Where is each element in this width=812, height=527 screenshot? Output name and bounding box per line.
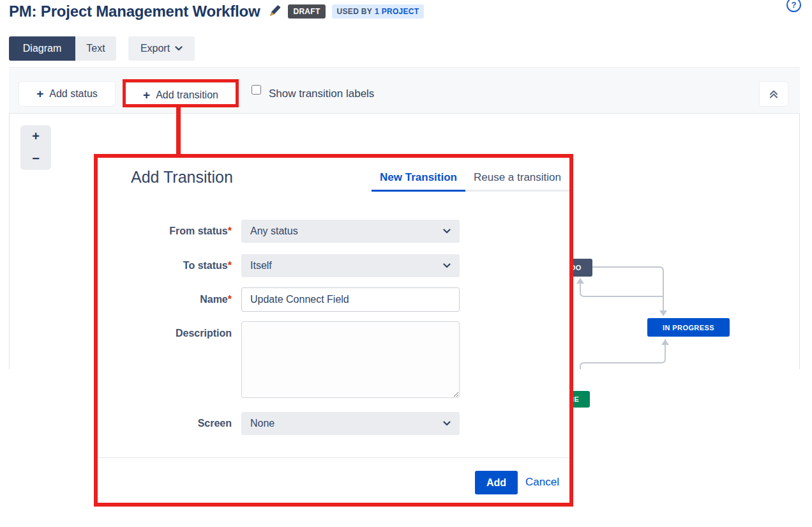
screen-value: None [250, 418, 274, 429]
required-asterisk: * [228, 225, 232, 236]
from-status-select[interactable]: Any status [241, 220, 460, 243]
chevron-down-icon [443, 263, 451, 268]
double-chevron-up-icon [768, 89, 779, 99]
description-label: Description [98, 321, 232, 339]
export-menu-button[interactable]: Export [128, 36, 195, 61]
zoom-out-button[interactable]: − [20, 148, 51, 170]
tab-diagram[interactable]: Diagram [9, 36, 75, 61]
status-node-in-progress[interactable]: IN PROGRESS [647, 318, 730, 337]
diagram-toolbar: + Add status + Add transition [9, 67, 800, 114]
from-status-value: Any status [250, 225, 298, 237]
tab-text[interactable]: Text [75, 36, 116, 61]
page-header: PM: Project Management Workflow DRAFT US… [9, 3, 424, 20]
screen-select[interactable]: None [241, 412, 460, 435]
zoom-control: + − [20, 125, 51, 170]
dialog-title: Add Transition [131, 168, 233, 187]
used-by-count: 1 PROJECT [375, 7, 419, 16]
to-status-label: To status* [98, 254, 232, 277]
used-by-label: USED BY [337, 7, 372, 16]
form-row: From status* Any status [98, 220, 569, 243]
to-status-select[interactable]: Itself [241, 254, 460, 277]
tab-new-transition[interactable]: New Transition [372, 171, 465, 192]
form-row: To status* Itself [98, 254, 569, 277]
dialog-tab-bar: New Transition Reuse a transition [372, 171, 569, 192]
add-transition-label: Add transition [156, 89, 218, 101]
show-transition-labels-label[interactable]: Show transition labels [269, 80, 374, 108]
add-button[interactable]: Add [475, 471, 518, 494]
add-status-label: Add status [49, 88, 98, 100]
form-row: Screen None [98, 412, 569, 435]
zoom-in-button[interactable]: + [20, 125, 51, 148]
show-transition-labels-checkbox[interactable] [252, 85, 261, 95]
annotation-connector-line [176, 107, 181, 155]
collapse-toolbar-button[interactable] [760, 82, 788, 106]
page-title: PM: Project Management Workflow [9, 3, 260, 20]
help-icon[interactable]: ? [786, 0, 801, 12]
tab-reuse-a-transition[interactable]: Reuse a transition [465, 171, 569, 192]
chevron-down-icon [443, 421, 451, 426]
export-label: Export [140, 43, 170, 54]
form-row: Description [98, 321, 569, 398]
from-status-label: From status* [98, 220, 232, 243]
show-transition-labels-control: Show transition labels [252, 80, 374, 108]
edit-pencil-icon[interactable] [267, 4, 282, 19]
dialog-footer-divider [98, 457, 569, 458]
plus-icon: + [36, 88, 43, 100]
add-transition-dialog: Add Transition New Transition Reuse a tr… [94, 154, 573, 507]
required-asterisk: * [228, 294, 232, 305]
required-asterisk: * [228, 260, 232, 271]
view-tab-bar: Diagram Text Export [9, 36, 195, 61]
cancel-link[interactable]: Cancel [525, 476, 559, 489]
name-input[interactable] [241, 287, 460, 312]
chevron-down-icon [175, 46, 183, 51]
name-label: Name* [98, 287, 232, 312]
screen-label: Screen [98, 412, 232, 435]
chevron-down-icon [443, 229, 451, 234]
add-transition-button[interactable]: + Add transition [126, 83, 236, 107]
used-by-badge[interactable]: USED BY 1 PROJECT [332, 4, 425, 19]
to-status-value: Itself [250, 260, 272, 271]
draft-badge: DRAFT [288, 4, 325, 19]
description-textarea[interactable] [241, 321, 460, 398]
add-status-button[interactable]: + Add status [19, 82, 115, 106]
plus-icon: + [143, 89, 150, 101]
form-row: Name* [98, 287, 569, 312]
workflow-editor-page: PM: Project Management Workflow DRAFT US… [0, 0, 812, 527]
